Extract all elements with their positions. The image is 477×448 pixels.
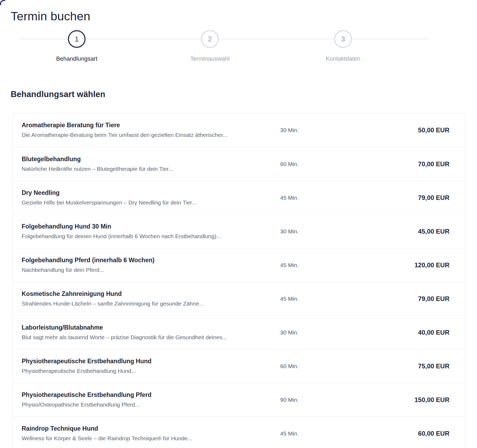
service-description: Folgebehandlung für deinen Hund (innerha…	[22, 233, 280, 240]
step-label: Terminauswahl	[190, 55, 230, 62]
service-name: Aromatherapie Beratung für Tiere	[22, 121, 280, 129]
service-info: Aromatherapie Beratung für Tiere Die Aro…	[22, 121, 280, 139]
service-row[interactable]: Physiotherapeutische Erstbehandlung Hund…	[13, 349, 465, 383]
stepper-step: 2 Terminauswahl	[162, 25, 258, 62]
service-row[interactable]: Physiotherapeutische Erstbehandlung Pfer…	[13, 383, 465, 416]
service-duration: 60 Min.	[280, 363, 418, 369]
service-duration: 45 Min.	[280, 195, 418, 201]
service-price: 50,00 EUR	[418, 126, 449, 134]
section-heading: Behandlungsart wählen	[11, 90, 477, 99]
step-number-badge: 2	[201, 30, 219, 48]
service-info: Kosmetische Zahnreinigung Hund Strahlend…	[22, 290, 280, 307]
service-row[interactable]: Aromatherapie Beratung für Tiere Die Aro…	[13, 113, 465, 147]
service-duration: 60 Min.	[280, 161, 418, 167]
service-info: Blutegelbehandlung Natürliche Heilkräfte…	[22, 155, 280, 173]
step-label: Kontaktdaten	[326, 55, 360, 62]
service-name: Blutegelbehandlung	[22, 155, 280, 163]
service-duration: 90 Min.	[280, 397, 414, 403]
service-duration: 45 Min.	[280, 262, 414, 268]
service-row[interactable]: Folgebehandlung Pferd (innerhalb 6 Woche…	[13, 248, 465, 282]
service-info: Dry Needling Gezielte Hilfe bei Muskelve…	[22, 189, 280, 206]
service-info: Raindrop Technique Hund Wellness für Kör…	[22, 425, 280, 442]
step-number-badge: 1	[68, 30, 86, 48]
service-info: Folgebehandlung Hund 30 Min Folgebehandl…	[22, 223, 280, 240]
stepper-step: 1 Behandlungsart	[29, 25, 125, 62]
service-info: Physiotherapeutische Erstbehandlung Hund…	[22, 357, 280, 375]
service-description: Physiotherapeutische Erstbehandlung Hund…	[22, 367, 280, 375]
service-name: Physiotherapeutische Erstbehandlung Pfer…	[22, 391, 280, 399]
service-duration: 30 Min.	[280, 329, 418, 336]
service-price: 79,00 EUR	[418, 194, 449, 202]
service-description: Blut sagt mehr als tausend Worte – präzi…	[22, 334, 280, 341]
service-list: Aromatherapie Beratung für Tiere Die Aro…	[12, 113, 465, 448]
service-name: Physiotherapeutische Erstbehandlung Hund	[22, 357, 280, 365]
service-name: Dry Needling	[22, 189, 280, 197]
service-info: Physiotherapeutische Erstbehandlung Pfer…	[22, 391, 280, 408]
service-description: Strahlendes Hunde-Lächeln – sanfte Zahnr…	[22, 300, 280, 307]
corner-accent	[0, 0, 5, 5]
service-description: Physio/Osteopathische Erstbehandlung Pfe…	[22, 401, 280, 408]
service-row[interactable]: Dry Needling Gezielte Hilfe bei Muskelve…	[13, 181, 465, 214]
service-name: Folgebehandlung Hund 30 Min	[22, 223, 280, 231]
service-description: Wellness für Körper & Seele – die Raindr…	[22, 435, 280, 442]
step-number-badge: 3	[334, 30, 352, 48]
stepper-step: 3 Kontaktdaten	[295, 25, 391, 62]
service-description: Die Aromatherapie-Beratung beim Tier umf…	[22, 131, 280, 139]
service-price: 45,00 EUR	[418, 228, 449, 235]
service-name: Raindrop Technique Hund	[22, 425, 280, 433]
stepper: 1 Behandlungsart 2 Terminauswahl 3 Konta…	[0, 25, 477, 66]
service-price: 120,00 EUR	[414, 261, 449, 269]
service-row[interactable]: Laborleistung/Blutabnahme Blut sagt mehr…	[13, 315, 465, 349]
service-row[interactable]: Raindrop Technique Hund Wellness für Kör…	[13, 416, 465, 448]
service-duration: 45 Min.	[280, 296, 418, 302]
service-price: 75,00 EUR	[418, 362, 449, 370]
step-label: Behandlungsart	[56, 55, 97, 62]
service-name: Kosmetische Zahnreinigung Hund	[22, 290, 280, 298]
service-row[interactable]: Blutegelbehandlung Natürliche Heilkräfte…	[13, 147, 465, 181]
service-name: Laborleistung/Blutabnahme	[22, 324, 280, 332]
service-price: 70,00 EUR	[418, 160, 449, 168]
page-title: Termin buchen	[11, 9, 477, 23]
service-info: Laborleistung/Blutabnahme Blut sagt mehr…	[22, 324, 280, 341]
service-price: 60,00 EUR	[418, 430, 449, 437]
service-price: 79,00 EUR	[418, 295, 449, 303]
service-row[interactable]: Folgebehandlung Hund 30 Min Folgebehandl…	[13, 214, 465, 248]
service-duration: 30 Min.	[280, 127, 418, 133]
service-info: Folgebehandlung Pferd (innerhalb 6 Woche…	[22, 256, 280, 274]
service-description: Natürliche Heilkräfte nutzen – Blutegelt…	[22, 165, 280, 173]
service-row[interactable]: Kosmetische Zahnreinigung Hund Strahlend…	[13, 282, 465, 315]
service-description: Gezielte Hilfe bei Muskelverspannungen –…	[22, 199, 280, 206]
service-price: 40,00 EUR	[418, 329, 449, 336]
service-name: Folgebehandlung Pferd (innerhalb 6 Woche…	[22, 256, 280, 264]
service-duration: 45 Min.	[280, 430, 418, 437]
service-price: 150,00 EUR	[414, 396, 449, 404]
service-duration: 30 Min.	[280, 228, 418, 235]
service-description: Nachbehandlung für dein Pferd...	[22, 266, 280, 274]
